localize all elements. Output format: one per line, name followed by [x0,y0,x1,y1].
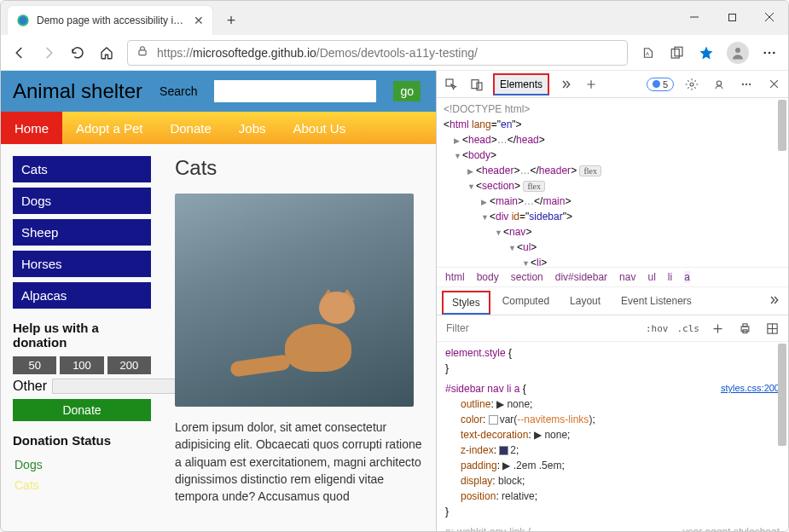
cls-toggle[interactable]: .cls [677,323,700,334]
css-rule[interactable]: text-decoration: ▶ none; [445,427,780,442]
add-tab-icon[interactable] [582,75,600,94]
devtools-toolbar: Elements 5 [437,71,788,98]
svg-rect-9 [675,47,682,56]
inspect-icon[interactable] [442,75,461,94]
breadcrumb-item[interactable]: ul [647,271,655,283]
flex-badge[interactable]: flex [523,181,545,192]
sidenav-item[interactable]: Alpacas [13,282,151,309]
mainnav-item[interactable]: Home [1,112,62,144]
computed-toggle-icon[interactable] [763,319,781,338]
css-rule[interactable]: outline: ▶ none; [445,396,780,412]
tab-close-icon[interactable]: ✕ [194,14,204,27]
sidenav-item[interactable]: Sheep [13,219,151,246]
status-heading: Donation Status [13,433,151,448]
more-tabs-icon[interactable] [556,75,575,94]
more-subtabs-icon[interactable] [764,291,783,309]
flex-badge[interactable]: flex [579,165,601,176]
url-field[interactable]: https://microsoftedge.github.io/Demos/de… [127,40,628,66]
search-input[interactable] [214,80,376,102]
styles-scrollbar[interactable] [778,342,786,531]
device-toggle-icon[interactable] [467,75,486,94]
new-rule-icon[interactable] [708,319,727,338]
breadcrumb-item[interactable]: nav [619,271,635,283]
svg-point-18 [716,81,721,85]
svg-point-13 [773,51,775,54]
back-button[interactable] [11,44,28,61]
new-tab-button[interactable]: + [219,9,243,32]
breadcrumb-item[interactable]: body [477,271,499,283]
subtab-layout[interactable]: Layout [561,291,609,315]
tab-favicon-icon [16,14,30,27]
forward-button[interactable] [40,44,57,61]
devtools-close-icon[interactable] [764,75,783,94]
breadcrumb: htmlbodysectiondiv#sidebarnavullia [437,267,788,287]
breadcrumb-item[interactable]: a [684,271,690,283]
css-rule[interactable]: position: relative; [445,489,780,504]
breadcrumb-item[interactable]: html [445,271,465,283]
address-bar: https://microsoftedge.github.io/Demos/de… [1,35,788,71]
main-nav: HomeAdopt a PetDonateJobsAbout Us [1,112,436,144]
subtab-event-listeners[interactable]: Event Listeners [612,291,700,315]
status-item: Dogs [13,454,151,475]
reader-mode-icon[interactable]: A [640,44,657,61]
minimize-button[interactable] [676,3,713,32]
feedback-icon[interactable] [710,75,728,94]
more-menu-icon[interactable] [761,44,778,61]
home-button[interactable] [98,44,115,61]
search-go-button[interactable]: go [393,81,421,101]
color-swatch-icon[interactable] [499,446,508,455]
tab-elements[interactable]: Elements [493,73,549,95]
devtools-more-icon[interactable] [737,75,756,94]
subtab-computed[interactable]: Computed [494,291,558,315]
color-swatch-icon[interactable] [489,415,498,425]
print-icon[interactable] [735,319,754,338]
mainnav-item[interactable]: Jobs [225,112,280,144]
dom-tree[interactable]: <!DOCTYPE html> <html lang="en"> <head>…… [437,98,788,267]
mainnav-item[interactable]: Donate [156,112,224,144]
page-heading: Cats [175,156,424,180]
mainnav-item[interactable]: Adopt a Pet [62,112,156,144]
styles-filter-input[interactable] [444,320,637,337]
css-rule[interactable]: color: var(--navitems-links); [445,412,780,427]
refresh-button[interactable] [69,44,86,61]
window-controls [676,3,788,35]
styles-filter-bar: :hov .cls [437,315,788,342]
devtools-panel: Elements 5 <!DOCTYPE html> <html lang="e… [436,71,788,531]
status-item: Cats [13,475,151,495]
main-content: Cats Lorem ipsum dolor, sit amet consect… [163,144,436,531]
css-rule[interactable]: padding: ▶ .2em .5em; [445,458,780,473]
svg-point-17 [690,83,693,86]
donation-amount-button[interactable]: 100 [60,356,103,374]
svg-point-21 [749,83,751,84]
close-window-button[interactable] [751,3,788,32]
hov-toggle[interactable]: :hov [646,323,669,334]
tab-title: Demo page with accessibility issu [37,14,187,26]
site-info-icon[interactable] [136,45,148,61]
sidenav-item[interactable]: Horses [13,251,151,277]
css-rule[interactable]: z-index: 2; [445,442,780,458]
breadcrumb-item[interactable]: section [511,271,543,283]
breadcrumb-item[interactable]: li [668,271,672,283]
donation-amount-button[interactable]: 50 [13,356,56,374]
favorite-icon[interactable] [698,44,715,61]
dom-scrollbar[interactable] [778,98,786,267]
source-link[interactable]: styles.css:200 [721,381,780,396]
dom-doctype[interactable]: <!DOCTYPE html> [444,101,781,117]
collections-icon[interactable] [669,44,686,61]
breadcrumb-item[interactable]: div#sidebar [555,271,607,283]
donation-amount-button[interactable]: 200 [107,356,151,374]
browser-tab[interactable]: Demo page with accessibility issu ✕ [8,6,212,35]
styles-pane[interactable]: element.style { } styles.css:200#sidebar… [437,342,788,531]
maximize-button[interactable] [713,3,751,32]
settings-icon[interactable] [682,75,701,94]
profile-avatar[interactable] [727,42,749,64]
subtab-styles[interactable]: Styles [442,291,490,315]
mainnav-item[interactable]: About Us [279,112,359,144]
donate-button[interactable]: Donate [13,399,151,421]
sidenav-item[interactable]: Cats [13,156,151,182]
styles-tabs: StylesComputedLayoutEvent Listeners [437,287,788,315]
sidenav-item[interactable]: Dogs [13,188,151,214]
css-rule[interactable]: display: block; [445,473,780,489]
issues-badge[interactable]: 5 [647,78,674,91]
donation-heading: Help us with a donation [13,321,151,350]
